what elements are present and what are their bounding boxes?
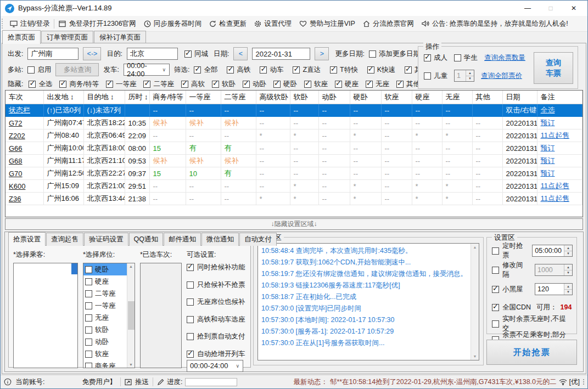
hide-option-3[interactable]: 二等座 [143,80,174,89]
remark-link[interactable]: 预订 [537,167,583,180]
column-header-7[interactable]: 高级软卧 [256,91,290,104]
train-number-link[interactable]: G72 [5,117,43,129]
swap-stations-button[interactable]: <-> [83,47,101,60]
interval-input[interactable]: 1000 ▲▼ [535,264,573,276]
grab-option-3-checkbox[interactable] [187,316,194,323]
interval-checkbox[interactable] [492,267,499,274]
tab-waitlist-orders[interactable]: 候补订单页面 [94,31,146,44]
remark-link[interactable]: 11点起售 [537,180,583,193]
child-count-stepper[interactable]: 1 ▲▼ [454,70,474,82]
child-count-value[interactable]: 1 [455,70,466,81]
spin-down-icon[interactable]: ▼ [564,289,572,295]
set-proxy-button[interactable]: 设置代理 [250,18,295,30]
train-number-link[interactable]: K600 [5,180,43,193]
seat-8-checkbox[interactable] [85,363,92,369]
seat-scrollbar[interactable]: ▲ ▼ [127,263,135,368]
seat-7[interactable]: 软座 [83,348,127,360]
output-scrollbar[interactable]: ▲ ▼ [471,244,479,360]
depart-time-select[interactable]: 00:00-24:00 ∨ [124,64,170,76]
interval-spinner[interactable]: ▲▼ [564,264,572,275]
filter-6-checkbox[interactable] [405,66,412,74]
filter-2-checkbox[interactable] [260,66,267,74]
spin-down-icon[interactable]: ▼ [564,270,572,276]
timed-grab-time-value[interactable]: 05:00:00 [533,245,564,256]
filter-3[interactable]: Z直达 [293,65,321,75]
prev-date-button[interactable]: < [233,47,248,60]
train-number-link[interactable]: G66 [5,142,43,155]
minimize-button[interactable]: — [516,1,539,16]
hide-option-2-checkbox[interactable] [106,81,113,88]
hide-option-1-checkbox[interactable] [59,81,66,88]
seat-7-checkbox[interactable] [85,351,92,358]
child-count-spinner[interactable]: ▲▼ [466,70,474,81]
seat-0-checkbox[interactable] [85,266,92,273]
query-remaining-link[interactable]: 查询余票数量 [484,53,525,63]
spin-up-icon[interactable]: ▲ [564,264,572,270]
status-row[interactable]: 状态栏(↑)已选0列(↓)未选7列--------------------双击/… [5,104,583,117]
add-more-dates-option[interactable]: 添加更多日期 [369,49,420,59]
filter-0[interactable]: 全部 [194,65,217,75]
push-button[interactable]: 推送 [125,377,149,387]
toolbar-grip[interactable] [2,19,5,29]
multi-query-button[interactable]: 多站查询 [55,63,99,76]
column-header-16[interactable]: 备注 [537,91,583,104]
filter-1[interactable]: 高铁 [227,65,250,75]
student-checkbox[interactable] [454,54,461,61]
remark-link[interactable]: 预订 [537,117,583,129]
seat-2-checkbox[interactable] [85,290,92,297]
spin-down-icon[interactable]: ▼ [466,76,474,82]
column-header-1[interactable]: 出发地 ↕ [43,91,83,104]
from-input[interactable]: 广州南 [27,48,79,60]
add-more-dates-checkbox[interactable] [369,50,376,58]
cdn-checkbox[interactable] [492,304,499,311]
scroll-down-icon[interactable]: ▼ [473,354,477,358]
train-row[interactable]: Z36广州16:06北京西13:4421:38------**--*--**--… [5,193,583,205]
hide-option-10-checkbox[interactable] [366,81,373,88]
hide-option-7[interactable]: 硬卧 [273,80,297,89]
tab-captcha-settings[interactable]: 验证码设置 [84,233,128,246]
column-header-12[interactable]: 硬座 [412,91,442,104]
student-option[interactable]: 学生 [454,53,478,63]
query-tickets-button[interactable]: 查询 车票 [534,52,573,84]
hide-option-5[interactable]: 软卧 [212,80,236,89]
seat-1-checkbox[interactable] [85,278,92,285]
output-box[interactable]: 10:58:48:4 查询完毕，本次查询共用时:435毫秒。10:58:19:7… [257,243,479,360]
scroll-up-icon[interactable]: ▲ [473,245,477,249]
start-grab-button[interactable]: 开始抢票 [486,340,577,365]
sync-time-button[interactable]: 同步服务器时间 [140,18,206,30]
spin-up-icon[interactable]: ▲ [466,70,474,76]
filter-3-checkbox[interactable] [293,66,300,74]
hide-settings-bar[interactable]: ↓隐藏设置区域↓ [5,218,583,230]
spin-down-icon[interactable]: ▼ [564,251,572,257]
column-header-13[interactable]: 无座 [442,91,472,104]
column-header-2[interactable]: 目的地 ↕ [83,91,125,104]
logout-login-button[interactable]: 注销/登录 [6,18,53,30]
remark-link[interactable]: 预订 [537,155,583,167]
maximize-button[interactable]: □ [539,1,562,16]
seat-0[interactable]: 硬卧 [83,263,127,275]
column-header-0[interactable]: 车次 [5,91,43,104]
train-number-link[interactable]: Z36 [5,193,43,205]
train-row[interactable]: G70广州南12:50北京西22:2709:371510有-----------… [5,167,583,180]
filter-0-checkbox[interactable] [194,66,201,74]
hide-option-9-checkbox[interactable] [335,81,342,88]
hide-option-6-checkbox[interactable] [243,81,250,88]
hide-option-9[interactable]: 硬座 [335,80,359,89]
tab-wechat-notify[interactable]: 微信通知 [201,233,239,246]
hide-option-10[interactable]: 无座 [366,80,389,89]
hide-option-6[interactable]: 动卧 [243,80,266,89]
same-city-checkbox[interactable] [184,50,192,58]
grab-option-3[interactable]: 高铁和动车选座 [187,315,245,324]
tab-order-management[interactable]: 订单管理页面 [41,31,93,44]
multi-enable-checkbox[interactable] [27,66,35,74]
column-header-3[interactable]: 历时 ↕ [125,91,149,104]
interval-value[interactable]: 1000 [535,264,564,275]
seat-8[interactable]: 商务座 [83,360,127,368]
hide-option-8[interactable]: 软座 [304,80,328,89]
train-number-link[interactable]: G70 [5,167,43,180]
grab-option-5-checkbox[interactable] [187,351,194,358]
adult-checkbox[interactable] [424,54,431,61]
timed-grab-checkbox[interactable] [492,247,499,255]
remark-link[interactable]: 11点起售 [537,193,583,205]
seat-5[interactable]: 软卧 [83,324,127,336]
